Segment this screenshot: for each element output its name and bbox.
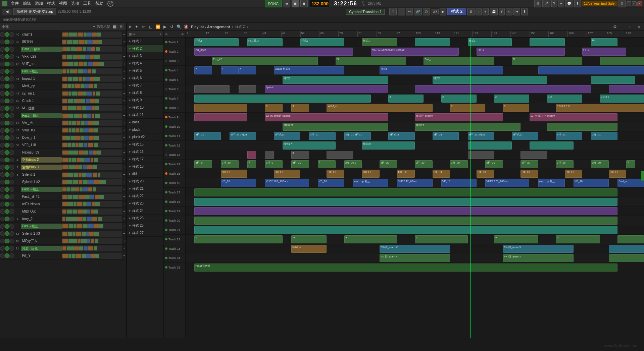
ch-green-btn[interactable] <box>5 150 9 155</box>
clip[interactable]: 3 3 3 3 3 3 <box>556 104 644 112</box>
channel-row[interactable]: Fast. - 截止 + <box>0 186 126 193</box>
track-label[interactable]: Track 19 <box>164 207 185 216</box>
clip[interactable]: 3 <box>194 66 212 74</box>
prev-pattern-btn[interactable]: ◀ <box>2 9 12 15</box>
ch-green-btn[interactable] <box>5 91 9 96</box>
ch-power-btn[interactable] <box>0 84 5 89</box>
track-label[interactable]: Track 21 <box>164 225 185 235</box>
ch-name[interactable]: cy._on 1 <box>21 92 62 95</box>
menu-pattern[interactable]: 样式 <box>45 0 57 7</box>
clip[interactable]: 样式22 <box>415 123 521 131</box>
ch-power-btn[interactable] <box>0 209 5 214</box>
channel-row[interactable]: 42 VUF_ars + <box>0 60 126 68</box>
track-row[interactable]: Ris_FxRis_FxRis_FxRis_FxRis_FxRis_FxRis_… <box>186 169 644 178</box>
clip[interactable] <box>194 198 617 206</box>
channel-row[interactable]: 45 Crash 1 + <box>0 97 126 105</box>
pattern-item[interactable]: ▶样式 7 <box>127 82 163 89</box>
track-row[interactable]: Dow_1FX-回_aram XFX-回_aram X <box>186 244 644 253</box>
pattern-name[interactable]: Cymbal Transition 1 <box>346 9 385 15</box>
ch-pattern[interactable] <box>62 113 122 119</box>
ch-add-btn[interactable]: + <box>122 164 126 170</box>
channel-view-btn[interactable]: ▦ <box>113 24 118 29</box>
clip[interactable]: Dow_1 <box>291 245 327 253</box>
track-label[interactable]: Track 16 <box>164 178 185 188</box>
ch-name[interactable]: Dow._r 1 <box>21 136 62 139</box>
track-label[interactable]: Track 18 <box>164 197 185 207</box>
ch-power-btn[interactable] <box>0 113 5 118</box>
ch-add-btn[interactable]: + <box>122 76 126 82</box>
chat-btn[interactable]: 💬 <box>565 0 573 7</box>
ch-name[interactable]: Nexus3_39 <box>21 151 62 154</box>
clip[interactable]: 3 3 <box>547 95 582 103</box>
pattern-item[interactable]: ▶样式 25 <box>127 215 163 222</box>
track-label[interactable]: Track 23 <box>164 244 185 253</box>
ch-power-btn[interactable] <box>0 239 5 243</box>
track-row[interactable] <box>186 197 644 207</box>
clip[interactable] <box>194 113 247 121</box>
mixer2-btn[interactable]: 🎚 <box>467 8 475 15</box>
clip[interactable]: | <box>239 85 256 93</box>
clip[interactable]: Ris_Fx <box>221 170 247 178</box>
channel-row[interactable]: 48 Dow._r 1 + <box>0 134 126 141</box>
clip[interactable]: 3样式11 <box>512 132 538 140</box>
clip[interactable]: FX-回_aram Y <box>380 254 450 262</box>
ch-mute-btn[interactable] <box>9 76 14 81</box>
pattern-item[interactable]: ▶样式 22 <box>127 192 163 200</box>
ch-pattern[interactable] <box>62 194 122 200</box>
clip[interactable]: 12_m 卓依婷-66bpm <box>530 113 618 121</box>
channel-row[interactable]: Fas. - 截止 + <box>0 223 126 230</box>
clip[interactable]: VE_18 <box>318 179 344 187</box>
win-close[interactable]: ✕ <box>637 1 642 6</box>
ch-mute-btn[interactable] <box>9 165 14 170</box>
ch-name[interactable]: Para_1 频率 <box>21 47 62 52</box>
ch-add-btn[interactable]: + <box>122 201 126 207</box>
ch-pattern[interactable] <box>62 245 122 251</box>
pattern-item[interactable]: ▶样式 15 <box>127 141 163 148</box>
ch-add-btn[interactable]: + <box>122 216 126 222</box>
ch-name[interactable]: Impact 1 <box>21 77 62 80</box>
tracks-scroll[interactable]: Track 1Track 2Track 3Track 4Track 5Track… <box>164 38 644 338</box>
ch-power-btn[interactable] <box>0 99 5 103</box>
clip[interactable]: Fi... <box>336 57 406 65</box>
ch-add-btn[interactable]: + <box>122 120 126 126</box>
clip[interactable]: Fi... <box>512 57 582 65</box>
menu-view[interactable]: 视图 <box>57 0 69 7</box>
clip[interactable]: 3样_21 <box>309 132 336 140</box>
ch-mute-btn[interactable] <box>9 194 14 199</box>
style-selector[interactable]: 样式 2 <box>447 8 466 15</box>
channel-row[interactable]: 44 cy._on 1 + <box>0 90 126 97</box>
clip[interactable]: 3样_20 3 <box>344 160 362 168</box>
clip[interactable]: Fas_ <box>424 57 494 65</box>
clip[interactable]: 卓依婷-66bpm <box>415 113 503 121</box>
track-label[interactable]: Track 6 <box>164 84 185 94</box>
menu-file[interactable]: 文件 <box>9 0 21 7</box>
ch-name[interactable]: VwB_#3 <box>21 128 62 132</box>
ch-green-btn[interactable] <box>5 62 9 66</box>
pl-settings-icon[interactable]: ⚙ <box>612 24 618 30</box>
pattern-item[interactable]: ▶样式 11 <box>127 111 163 119</box>
channel-row[interactable]: 50 VE0_118 + <box>0 141 126 149</box>
ch-name[interactable]: 空拍bass 2 <box>21 157 62 163</box>
track-row[interactable] <box>186 225 644 235</box>
ch-green-btn[interactable] <box>5 239 9 243</box>
clip[interactable]: Ris_Fx <box>362 170 380 178</box>
pl-close-icon[interactable]: ✕ <box>636 24 642 30</box>
ch-pattern[interactable] <box>62 135 122 141</box>
ch-mute-btn[interactable] <box>9 180 14 184</box>
clip[interactable]: 3 <box>494 95 529 103</box>
ch-add-btn[interactable]: + <box>122 98 126 104</box>
pl-max-icon[interactable]: □ <box>628 24 634 30</box>
channel-row[interactable]: 43 Impact 1 + <box>0 75 126 82</box>
clip[interactable]: Pa... <box>591 38 617 46</box>
track-row[interactable]: 3样_03样_2033样_03样_2033样_20 33样_203样_203样_… <box>186 160 644 169</box>
ch-mute-btn[interactable] <box>9 62 14 66</box>
clip[interactable]: 样式5 <box>380 66 503 74</box>
channel-row[interactable]: 46 M._过度 + <box>0 105 126 112</box>
track-label[interactable]: Track 17 <box>164 188 185 197</box>
ch-green-btn[interactable] <box>5 135 9 140</box>
rewind-btn[interactable]: ⏮ <box>283 0 290 7</box>
ch-green-btn[interactable] <box>5 202 9 207</box>
channel-row[interactable]: Fast. - 截止 + <box>0 112 126 119</box>
pattern-item[interactable]: ▶样式 9 <box>127 97 163 104</box>
ch-name[interactable]: MCyy开头 <box>21 239 62 243</box>
